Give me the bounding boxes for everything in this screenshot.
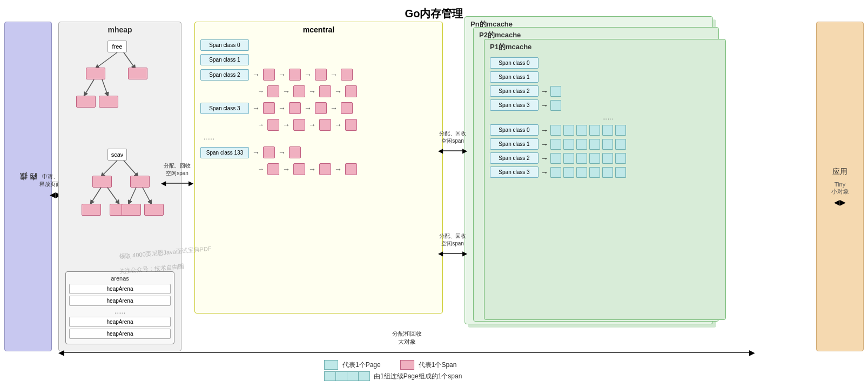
span-block-3-5 [267, 119, 279, 131]
legend-span-cell-1 [324, 371, 336, 381]
p1-bottom-span-class-3: Span class 3 [490, 166, 539, 178]
p1-bottom-span-row-2: Span class 2 → [490, 152, 720, 164]
mcentral-span-row-0: Span class 0 [200, 39, 437, 51]
span-block-2-6 [293, 85, 305, 97]
tree-node-1 [86, 68, 105, 79]
p1-bottom-span-class-0: Span class 0 [490, 124, 539, 136]
span-block-133-4 [293, 163, 305, 175]
page-block-b-0-3 [576, 125, 587, 136]
page-block-b-2-5 [602, 153, 613, 164]
arenas-dots: ...... [69, 308, 171, 315]
legend-span-cell-2 [335, 371, 347, 381]
page-block-b-0-1 [550, 125, 561, 136]
span-block-133-6 [345, 163, 357, 175]
span-block-2-1 [263, 69, 275, 81]
p1-dots: ...... [485, 114, 725, 121]
legend-page-label: 代表1个Page [342, 361, 381, 370]
page-block-b-0-4 [589, 125, 600, 136]
p1-mcache-title: P1的mcache [485, 39, 725, 55]
page-block-b-1-2 [563, 139, 574, 150]
span-block-2-8 [345, 85, 357, 97]
span-block-133-3 [267, 163, 279, 175]
page-block-b-3-3 [576, 167, 587, 178]
heap-arena-2: heapArena [69, 296, 171, 306]
mheap-title: mheap [59, 22, 181, 36]
mcentral-span-row-2: Span class 2 → → → → [200, 69, 437, 81]
tree-node-6 [130, 176, 150, 188]
span-block-3-3 [315, 102, 327, 114]
tree-node-7 [82, 204, 101, 216]
page-block-b-1-6 [615, 139, 626, 150]
p1-mcache-panel: P1的mcache Span class 0 Span class 1 Span… [484, 39, 726, 320]
svg-line-1 [124, 52, 134, 68]
legend-span-row [324, 371, 369, 381]
span-block-3-7 [319, 119, 331, 131]
span-block-133-5 [319, 163, 331, 175]
page-block-3-1 [550, 100, 561, 111]
p1-span-row-1: Span class 1 [490, 71, 720, 83]
p1-span-row-2: Span class 2 → [490, 85, 720, 97]
mheap-mcentral-arrow-label: 分配、回收 空闲span [164, 162, 191, 177]
p1-span-class-3: Span class 3 [490, 99, 539, 111]
mcentral-span-class-2: Span class 2 [200, 69, 249, 81]
page-block-b-2-3 [576, 153, 587, 164]
page-block-b-0-5 [602, 125, 613, 136]
span-block-3-8 [345, 119, 357, 131]
page-block-b-2-6 [615, 153, 626, 164]
p1-span-row-0: Span class 0 [490, 57, 720, 69]
free-node: free [107, 41, 127, 52]
tree-node-4 [99, 96, 118, 108]
tree-node-9 [122, 204, 141, 216]
svg-line-6 [91, 188, 101, 203]
p1-bottom-span-class-2: Span class 2 [490, 152, 539, 164]
page-block-b-0-6 [615, 125, 626, 136]
span-block-133-1 [263, 146, 275, 158]
mcentral-dots: ...... [204, 134, 442, 141]
span-block-133-2 [289, 146, 301, 158]
legend-span-cell-4 [358, 371, 370, 381]
svg-line-0 [97, 52, 117, 68]
span-block-3-2 [289, 102, 301, 114]
legend-span-cell-3 [347, 371, 359, 381]
span-block-2-7 [319, 85, 331, 97]
mcentral-mcache-arrow-label-top: 分配、回收空闲span [438, 130, 468, 145]
svg-line-9 [143, 188, 151, 203]
svg-line-7 [107, 188, 118, 203]
mcentral-span-class-1: Span class 1 [200, 54, 249, 65]
tiny-label: Tiny 小对象 [831, 181, 849, 196]
heap-arena-3: heapArena [69, 317, 171, 327]
tree-node-3 [76, 96, 96, 108]
page-block-2-1 [550, 86, 561, 97]
page-block-b-2-4 [589, 153, 600, 164]
page-block-b-2-1 [550, 153, 561, 164]
large-obj-arrow-label: 分配和回收 大对象 [380, 330, 434, 346]
arenas-title: arenas [69, 275, 171, 282]
span-block-2-4 [341, 69, 353, 81]
page-block-b-3-5 [602, 167, 613, 178]
span-block-2-5 [267, 85, 279, 97]
p1-span-row-3: Span class 3 → [490, 99, 720, 111]
mcentral-span-row-133: Span class 133 → → [200, 146, 437, 158]
mcentral-span-row-1: Span class 1 [200, 54, 437, 65]
tree-node-2 [128, 68, 147, 79]
app-panel: 应用 Tiny 小对象 ◀ ▶ [816, 22, 864, 351]
tree-node-10 [144, 204, 164, 216]
span-block-3-1 [263, 102, 275, 114]
page-block-b-1-3 [576, 139, 587, 150]
mcentral-span-class-0: Span class 0 [200, 39, 249, 51]
page-block-b-1-4 [589, 139, 600, 150]
legend-span-box [400, 360, 414, 370]
tree-node-5 [92, 176, 112, 188]
svg-line-3 [102, 79, 107, 95]
page-block-b-1-5 [602, 139, 613, 150]
p1-bottom-span-row-3: Span class 3 → [490, 166, 720, 178]
legend-page-box [324, 360, 338, 370]
p1-span-class-2: Span class 2 [490, 85, 539, 97]
page-block-b-3-6 [615, 167, 626, 178]
page-title: Go内存管理 [0, 6, 868, 21]
span-block-2-2 [289, 69, 301, 81]
legend-span-row-label: 由1组连续Page组成的1个span [374, 372, 462, 381]
p1-span-class-1: Span class 1 [490, 71, 539, 83]
p1-span-class-0: Span class 0 [490, 57, 539, 69]
span-block-2-3 [315, 69, 327, 81]
